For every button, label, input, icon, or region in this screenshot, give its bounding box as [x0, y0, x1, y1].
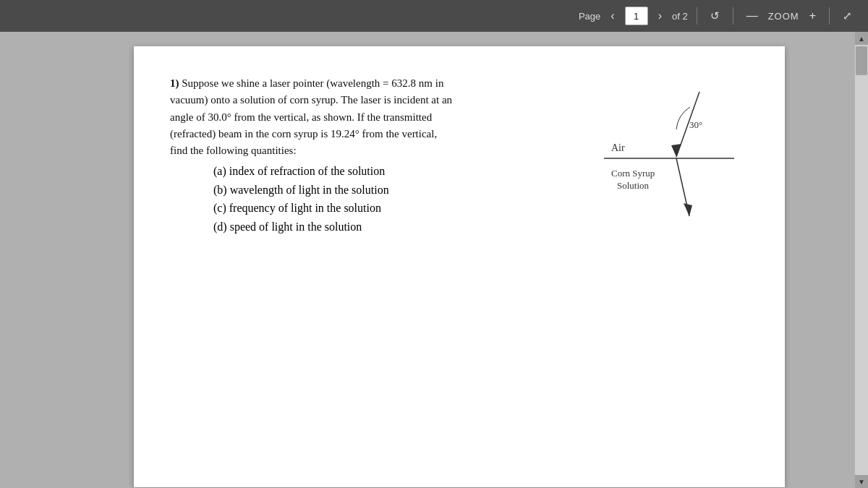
sub-item-d: (d) speed of light in the solution — [213, 218, 561, 236]
problem-line-3: angle of 30.0° from the vertical, as sho… — [170, 109, 561, 126]
sub-item-a: (a) index of refraction of the solution — [213, 162, 561, 181]
page-number-input[interactable] — [625, 7, 648, 25]
problem-line-2: vacuum) onto a solution of corn syrup. T… — [170, 92, 561, 108]
sub-items-list: (a) index of refraction of the solution … — [213, 162, 561, 236]
zoom-out-icon: — — [746, 9, 758, 22]
air-label: Air — [611, 142, 625, 153]
scroll-up-button[interactable]: ▲ — [855, 32, 868, 45]
medium-label-line1: Corn Syrup — [611, 168, 655, 179]
document-area[interactable]: 1) Suppose we shine a laser pointer (wav… — [78, 32, 855, 488]
toolbar: Page ‹ › of 2 ↺ — ZOOM + ⤢ — [0, 0, 868, 32]
zoom-label: ZOOM — [768, 11, 799, 22]
refraction-diagram-svg: 30° Air Corn Syrup Solution — [590, 79, 734, 223]
problem-statement: 1) Suppose we shine a laser pointer (wav… — [170, 75, 561, 159]
sub-item-b: (b) wavelength of light in the solution — [213, 181, 561, 200]
left-panel — [0, 32, 78, 488]
expand-icon: ⤢ — [843, 9, 852, 22]
refresh-icon: ↺ — [710, 9, 720, 22]
prev-icon: ‹ — [610, 9, 614, 22]
sub-item-c: (c) frequency of light in the solution — [213, 199, 561, 218]
refracted-ray-arrowhead — [684, 203, 692, 216]
main-area: 1) Suppose we shine a laser pointer (wav… — [0, 32, 868, 488]
next-page-button[interactable]: › — [654, 8, 666, 24]
diagram-area: 30° Air Corn Syrup Solution — [590, 75, 749, 236]
incident-ray-arrowhead — [671, 144, 681, 157]
refresh-button[interactable]: ↺ — [706, 8, 724, 24]
scrollbar[interactable]: ▲ ▼ — [855, 32, 868, 488]
medium-label-line2: Solution — [617, 180, 650, 191]
problem-line-4: (refracted) beam in the corn syrup is 19… — [170, 126, 561, 142]
separator-3 — [829, 7, 830, 25]
refraction-diagram-container: 30° Air Corn Syrup Solution — [590, 79, 749, 223]
expand-button[interactable]: ⤢ — [838, 8, 856, 24]
problem-text-area: 1) Suppose we shine a laser pointer (wav… — [170, 75, 561, 236]
page-label: Page — [579, 11, 600, 22]
scroll-thumb[interactable] — [856, 46, 867, 75]
page-content: 1) Suppose we shine a laser pointer (wav… — [134, 46, 785, 487]
next-icon: › — [658, 9, 662, 22]
problem-line-1: 1) Suppose we shine a laser pointer (wav… — [170, 75, 561, 92]
zoom-out-button[interactable]: — — [742, 8, 762, 24]
separator-2 — [733, 7, 733, 25]
separator-1 — [697, 7, 697, 25]
angle-label: 30° — [689, 119, 702, 130]
problem-body: 1) Suppose we shine a laser pointer (wav… — [170, 75, 749, 236]
scroll-down-button[interactable]: ▼ — [855, 475, 868, 488]
zoom-in-icon: + — [809, 9, 816, 22]
of-pages-label: of 2 — [672, 11, 688, 22]
scroll-track[interactable] — [855, 45, 868, 475]
problem-line-5: find the following quantities: — [170, 142, 561, 159]
zoom-in-button[interactable]: + — [805, 8, 820, 24]
prev-page-button[interactable]: ‹ — [606, 8, 618, 24]
